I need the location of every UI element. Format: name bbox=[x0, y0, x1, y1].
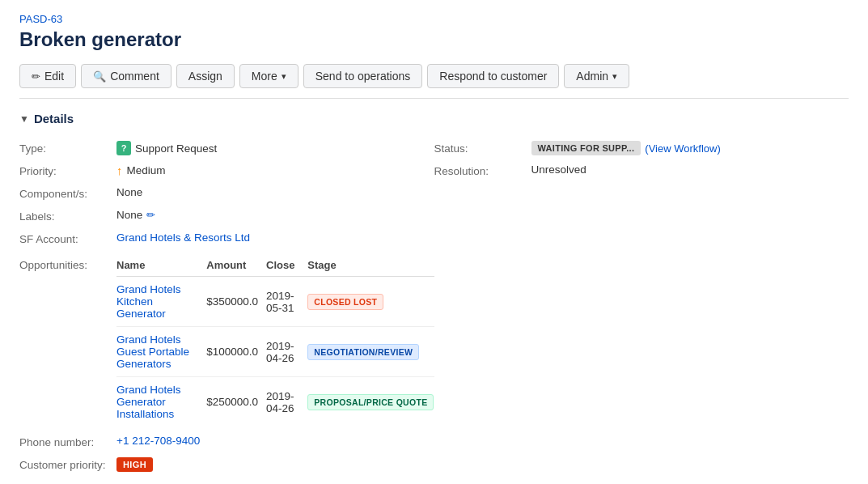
opportunities-field-row: Opportunities: Name Amount Close Stage G… bbox=[19, 250, 434, 431]
priority-value: ↑ Medium bbox=[116, 163, 166, 177]
customer-priority-field-row: Customer priority: HIGH bbox=[19, 453, 434, 476]
opportunity-close: 2019-04-26 bbox=[266, 377, 307, 427]
admin-chevron-icon: ▾ bbox=[612, 71, 617, 82]
opportunity-close: 2019-04-26 bbox=[266, 327, 307, 377]
customer-priority-badge: HIGH bbox=[116, 457, 153, 472]
type-label: Type: bbox=[19, 141, 116, 155]
sf-account-field-row: SF Account: Grand Hotels & Resorts Ltd bbox=[19, 227, 434, 250]
admin-button[interactable]: Admin ▾ bbox=[564, 64, 629, 88]
opportunity-stage: PROPOSAL/PRICE QUOTE bbox=[307, 377, 434, 427]
col-stage-header: Stage bbox=[307, 254, 434, 277]
ticket-id[interactable]: PASD-63 bbox=[19, 13, 849, 25]
labels-value: None ✏ bbox=[116, 209, 155, 221]
edit-button[interactable]: ✏ Edit bbox=[19, 64, 76, 88]
resolution-field-row: Resolution: Unresolved bbox=[434, 159, 849, 182]
stage-badge: CLOSED LOST bbox=[307, 294, 383, 310]
support-request-icon: ? bbox=[116, 141, 131, 155]
priority-up-icon: ↑ bbox=[116, 163, 123, 177]
opportunity-link[interactable]: Grand Hotels Generator Installations bbox=[116, 384, 181, 420]
phone-field-row: Phone number: +1 212-708-9400 bbox=[19, 431, 434, 453]
col-close-header: Close bbox=[266, 254, 307, 277]
details-section-header: ▼ Details bbox=[19, 112, 849, 125]
labels-edit-icon[interactable]: ✏ bbox=[146, 209, 155, 221]
opportunity-stage: NEGOTIATION/REVIEW bbox=[307, 327, 434, 377]
phone-value: +1 212-708-9400 bbox=[116, 435, 200, 447]
opportunity-name: Grand Hotels Kitchen Generator bbox=[116, 277, 206, 327]
stage-badge: PROPOSAL/PRICE QUOTE bbox=[307, 394, 434, 410]
table-row: Grand Hotels Guest Portable Generators$1… bbox=[116, 327, 434, 377]
resolution-label: Resolution: bbox=[434, 163, 531, 177]
respond-to-customer-button[interactable]: Respond to customer bbox=[427, 64, 559, 88]
toolbar: ✏ Edit 🔍 Comment Assign More ▾ Send to o… bbox=[19, 64, 849, 99]
opportunity-amount: $350000.0 bbox=[206, 277, 266, 327]
opportunity-amount: $250000.0 bbox=[206, 377, 266, 427]
opportunity-link[interactable]: Grand Hotels Kitchen Generator bbox=[116, 283, 181, 320]
col-name-header: Name bbox=[116, 254, 206, 277]
more-button[interactable]: More ▾ bbox=[239, 64, 299, 88]
phone-link[interactable]: +1 212-708-9400 bbox=[116, 435, 200, 447]
priority-field-row: Priority: ↑ Medium bbox=[19, 159, 434, 182]
table-row: Grand Hotels Kitchen Generator$350000.02… bbox=[116, 277, 434, 327]
status-field-row: Status: WAITING FOR SUPP... (View Workfl… bbox=[434, 137, 849, 159]
status-badge[interactable]: WAITING FOR SUPP... bbox=[531, 141, 641, 155]
type-field-row: Type: ? Support Request bbox=[19, 137, 434, 159]
status-label: Status: bbox=[434, 141, 531, 155]
details-left-column: Type: ? Support Request Priority: ↑ Medi… bbox=[19, 137, 434, 476]
opportunity-amount: $100000.0 bbox=[206, 327, 266, 377]
labels-field-row: Labels: None ✏ bbox=[19, 205, 434, 227]
col-amount-header: Amount bbox=[206, 254, 266, 277]
page-title: Broken generator bbox=[19, 28, 849, 51]
details-grid: Type: ? Support Request Priority: ↑ Medi… bbox=[19, 137, 849, 476]
phone-label: Phone number: bbox=[19, 435, 116, 448]
section-collapse-icon[interactable]: ▼ bbox=[19, 113, 29, 125]
sf-account-value: Grand Hotels & Resorts Ltd bbox=[116, 231, 250, 244]
status-value: WAITING FOR SUPP... (View Workflow) bbox=[531, 141, 721, 155]
sf-account-link[interactable]: Grand Hotels & Resorts Ltd bbox=[116, 231, 250, 244]
opportunities-table: Name Amount Close Stage Grand Hotels Kit… bbox=[116, 254, 434, 427]
labels-label: Labels: bbox=[19, 209, 116, 223]
comment-button[interactable]: 🔍 Comment bbox=[81, 64, 171, 88]
opportunity-stage: CLOSED LOST bbox=[307, 277, 434, 327]
components-label: Component/s: bbox=[19, 186, 116, 200]
type-value: ? Support Request bbox=[116, 141, 217, 155]
opportunity-name: Grand Hotels Guest Portable Generators bbox=[116, 327, 206, 377]
opportunity-name: Grand Hotels Generator Installations bbox=[116, 377, 206, 427]
resolution-value: Unresolved bbox=[531, 163, 586, 176]
details-right-column: Status: WAITING FOR SUPP... (View Workfl… bbox=[434, 137, 849, 476]
view-workflow-link[interactable]: (View Workflow) bbox=[645, 142, 720, 155]
priority-label: Priority: bbox=[19, 163, 116, 177]
opportunity-link[interactable]: Grand Hotels Guest Portable Generators bbox=[116, 333, 189, 370]
stage-badge: NEGOTIATION/REVIEW bbox=[307, 344, 419, 360]
comment-icon: 🔍 bbox=[93, 70, 106, 83]
table-row: Grand Hotels Generator Installations$250… bbox=[116, 377, 434, 427]
assign-button[interactable]: Assign bbox=[176, 64, 235, 88]
opportunities-label: Opportunities: bbox=[19, 254, 116, 271]
opportunity-close: 2019-05-31 bbox=[266, 277, 307, 327]
chevron-down-icon: ▾ bbox=[282, 71, 286, 82]
send-to-operations-button[interactable]: Send to operations bbox=[303, 64, 423, 88]
edit-icon: ✏ bbox=[32, 70, 40, 83]
components-value: None bbox=[116, 186, 142, 198]
customer-priority-label: Customer priority: bbox=[19, 457, 116, 471]
components-field-row: Component/s: None bbox=[19, 182, 434, 205]
sf-account-label: SF Account: bbox=[19, 231, 116, 245]
customer-priority-value: HIGH bbox=[116, 457, 153, 472]
